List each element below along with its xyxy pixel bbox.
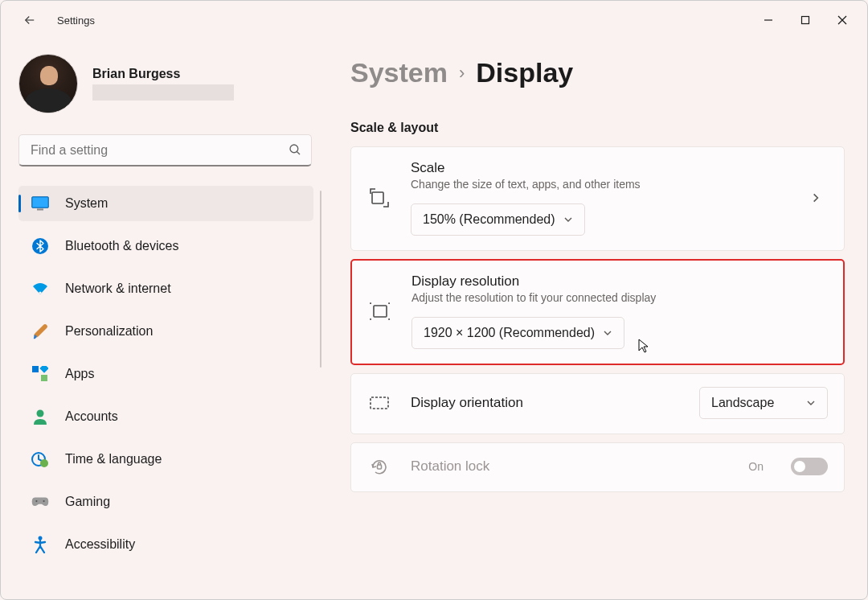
user-block[interactable]: Brian Burgess [18, 54, 318, 113]
resolution-icon [368, 302, 392, 320]
sidebar-item-system[interactable]: System [18, 186, 313, 221]
breadcrumb: System › Display [350, 57, 845, 88]
paintbrush-icon [31, 323, 49, 340]
search-wrap [18, 134, 312, 166]
chevron-down-icon [806, 398, 816, 408]
sidebar-item-label: Gaming [65, 495, 110, 509]
close-icon [837, 15, 847, 25]
svg-rect-9 [32, 366, 39, 372]
scale-card[interactable]: Scale Change the size of text, apps, and… [350, 146, 845, 251]
rotation-state-label: On [748, 460, 764, 473]
orientation-icon [367, 394, 391, 412]
app-title: Settings [57, 14, 95, 27]
resolution-title: Display resolution [411, 273, 827, 290]
sidebar-item-accounts[interactable]: Accounts [18, 399, 313, 434]
maximize-button[interactable] [787, 7, 824, 33]
settings-window: Settings Brian Burgess [0, 0, 868, 600]
orientation-select[interactable]: Landscape [699, 387, 828, 419]
sidebar: Brian Burgess System [1, 39, 318, 599]
person-icon [31, 408, 49, 425]
svg-rect-1 [802, 17, 809, 24]
wifi-icon [31, 280, 49, 298]
svg-rect-21 [378, 465, 382, 469]
monitor-icon [31, 195, 49, 212]
chevron-right-icon: › [459, 63, 465, 84]
svg-rect-10 [41, 375, 47, 381]
sidebar-item-label: System [65, 196, 108, 211]
orientation-value: Landscape [711, 396, 774, 410]
scale-select[interactable]: 150% (Recommended) [411, 203, 585, 236]
titlebar: Settings [1, 1, 867, 39]
arrow-left-icon [23, 13, 37, 27]
section-title-scale-layout: Scale & layout [350, 121, 845, 135]
resolution-value: 1920 × 1200 (Recommended) [424, 326, 595, 340]
chevron-right-icon [810, 192, 828, 203]
resolution-subtitle: Adjust the resolution to fit your connec… [411, 291, 827, 304]
svg-rect-5 [33, 198, 48, 208]
sidebar-item-label: Bluetooth & devices [65, 239, 178, 253]
sidebar-item-gaming[interactable]: Gaming [18, 484, 313, 520]
sidebar-item-label: Accounts [65, 409, 118, 424]
apps-icon [31, 365, 49, 383]
avatar [18, 54, 78, 113]
sidebar-item-network[interactable]: Network & internet [18, 271, 313, 306]
sidebar-item-label: Accessibility [65, 537, 135, 552]
svg-rect-18 [372, 192, 383, 203]
svg-rect-19 [374, 306, 387, 317]
svg-point-8 [39, 291, 41, 294]
back-button[interactable] [17, 7, 43, 33]
scale-subtitle: Change the size of text, apps, and other… [411, 178, 791, 191]
rotation-lock-card: Rotation lock On [350, 442, 845, 492]
nav: System Bluetooth & devices Network & int… [18, 186, 321, 569]
svg-point-12 [37, 410, 44, 417]
accessibility-icon [31, 536, 49, 553]
display-orientation-card[interactable]: Display orientation Landscape [350, 373, 845, 434]
bluetooth-icon [31, 237, 49, 255]
svg-rect-20 [371, 397, 388, 409]
user-name: Brian Burgess [92, 67, 234, 81]
sidebar-item-time-language[interactable]: Time & language [18, 442, 313, 477]
scale-title: Scale [411, 160, 791, 176]
sidebar-item-apps[interactable]: Apps [18, 356, 313, 392]
chevron-down-icon [603, 328, 612, 338]
rotation-toggle [791, 458, 828, 475]
search-input[interactable] [18, 134, 312, 166]
resolution-select[interactable]: 1920 × 1200 (Recommended) [411, 317, 624, 349]
svg-point-16 [43, 500, 44, 502]
minimize-icon [764, 15, 773, 25]
search-icon [288, 142, 302, 157]
sidebar-item-label: Network & internet [65, 282, 171, 296]
scale-value: 150% (Recommended) [423, 212, 555, 227]
user-email-redacted [92, 84, 234, 101]
gamepad-icon [31, 493, 49, 511]
sidebar-item-label: Time & language [65, 452, 162, 466]
sidebar-item-accessibility[interactable]: Accessibility [18, 527, 313, 562]
orientation-title: Display orientation [411, 395, 680, 411]
sidebar-item-label: Apps [65, 367, 94, 381]
sidebar-item-personalization[interactable]: Personalization [18, 314, 313, 349]
svg-rect-11 [39, 366, 48, 373]
close-button[interactable] [824, 7, 861, 33]
svg-line-3 [297, 151, 300, 154]
maximize-icon [800, 15, 810, 25]
breadcrumb-current: Display [476, 57, 573, 88]
svg-point-14 [40, 459, 48, 467]
svg-point-15 [35, 500, 37, 502]
clock-globe-icon [31, 450, 49, 468]
svg-point-17 [39, 536, 43, 540]
display-resolution-card[interactable]: Display resolution Adjust the resolution… [350, 259, 845, 365]
minimize-button[interactable] [750, 7, 787, 33]
svg-rect-6 [37, 209, 43, 211]
breadcrumb-parent[interactable]: System [350, 57, 448, 88]
rotation-title: Rotation lock [411, 458, 729, 475]
sidebar-item-label: Personalization [65, 324, 153, 339]
sidebar-item-bluetooth[interactable]: Bluetooth & devices [18, 228, 313, 264]
chevron-down-icon [563, 215, 573, 224]
scale-icon [367, 187, 391, 208]
rotation-lock-icon [367, 456, 391, 477]
svg-point-2 [290, 145, 298, 153]
main-content: System › Display Scale & layout Scale Ch… [318, 39, 867, 599]
